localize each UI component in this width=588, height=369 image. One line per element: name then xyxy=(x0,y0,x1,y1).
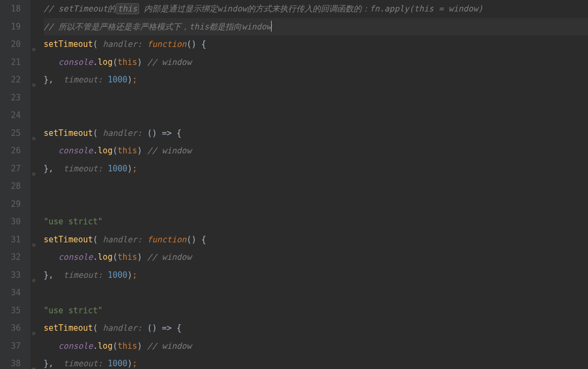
code-line[interactable]: console.log(this) // window xyxy=(44,53,588,72)
code-token: ( xyxy=(93,235,103,245)
fold-toggle-icon[interactable]: ⊖ xyxy=(32,41,35,59)
line-number: 31 xyxy=(4,231,21,249)
code-token: 1000 xyxy=(107,164,127,174)
code-token: log xyxy=(98,146,112,156)
code-line[interactable]: setTimeout( handler: function() { xyxy=(44,35,588,53)
line-number: 30 xyxy=(4,213,21,231)
code-line[interactable] xyxy=(44,177,588,195)
code-line[interactable]: "use strict" xyxy=(44,302,588,320)
line-number: 32 xyxy=(4,248,21,266)
code-token: console xyxy=(58,57,93,67)
code-token: ) xyxy=(137,146,147,156)
code-token: ; xyxy=(133,270,137,280)
code-token: // window xyxy=(147,341,191,351)
code-line[interactable]: "use strict" xyxy=(44,213,588,231)
line-number: 35 xyxy=(4,302,21,320)
text-cursor xyxy=(271,21,272,32)
fold-toggle-icon[interactable]: ⊖ xyxy=(32,325,35,343)
code-token: // window xyxy=(147,57,191,67)
code-line[interactable]: // setTimeout的this 内部是通过显示绑定window的方式来执行… xyxy=(44,0,588,18)
code-token: ( xyxy=(93,39,103,49)
fold-toggle-icon[interactable]: ⊖ xyxy=(32,272,35,290)
code-line[interactable]: }, timeout: 1000); xyxy=(44,266,588,284)
code-token: ; xyxy=(133,75,137,85)
code-token: ; xyxy=(133,359,137,368)
line-number-gutter: 1819202122232425262728293031323334353637… xyxy=(0,0,31,369)
code-token: console xyxy=(58,146,93,156)
code-token: { xyxy=(172,323,182,333)
code-token: . xyxy=(93,146,98,156)
code-token: () xyxy=(147,128,162,138)
code-token: setTimeout xyxy=(44,323,93,333)
code-token: 内部是通过显示绑定window的方式来执行传入的回调函数的：fn.apply(t… xyxy=(139,4,483,14)
code-token: . xyxy=(93,341,98,351)
code-line[interactable]: // 所以不管是严格还是非严格模式下，this都是指向window xyxy=(44,18,588,36)
code-token: }, xyxy=(44,270,63,280)
line-number: 19 xyxy=(4,18,21,36)
code-line[interactable] xyxy=(44,284,588,302)
code-token: () { xyxy=(187,39,206,49)
code-token: ) xyxy=(128,359,133,368)
fold-toggle-icon[interactable]: ⊖ xyxy=(32,76,35,94)
code-line[interactable]: setTimeout( handler: function() { xyxy=(44,231,588,249)
line-number: 33 xyxy=(4,266,21,284)
fold-toggle-icon[interactable]: ⊖ xyxy=(32,360,35,369)
code-line[interactable] xyxy=(44,89,588,107)
code-line[interactable]: console.log(this) // window xyxy=(44,248,588,266)
code-token: handler: xyxy=(103,235,147,245)
code-token: ) xyxy=(137,57,147,67)
code-token: () { xyxy=(187,235,206,245)
code-token: ) xyxy=(128,164,133,174)
fold-column[interactable]: ⊖⊖⊖⊖⊖⊖⊖⊖ xyxy=(31,0,41,369)
code-token: timeout: xyxy=(63,359,107,368)
fold-toggle-icon[interactable]: ⊖ xyxy=(32,236,35,254)
code-line[interactable]: }, timeout: 1000); xyxy=(44,355,588,369)
code-line[interactable] xyxy=(44,195,588,213)
code-token: () xyxy=(147,323,162,333)
code-token: => xyxy=(162,323,172,333)
code-token xyxy=(44,341,58,351)
line-number: 27 xyxy=(4,160,21,178)
code-token: ) xyxy=(137,341,147,351)
code-line[interactable] xyxy=(44,106,588,124)
code-token: setTimeout xyxy=(44,39,93,49)
line-number: 29 xyxy=(4,195,21,213)
code-line[interactable]: console.log(this) // window xyxy=(44,337,588,355)
code-token: ( xyxy=(93,323,103,333)
code-line[interactable]: }, timeout: 1000); xyxy=(44,160,588,178)
code-token: // setTimeout的 xyxy=(44,4,116,14)
code-line[interactable]: }, timeout: 1000); xyxy=(44,71,588,89)
line-number: 22 xyxy=(4,71,21,89)
code-token: { xyxy=(172,128,182,138)
code-token: . xyxy=(93,57,98,67)
line-number: 28 xyxy=(4,177,21,195)
fold-toggle-icon[interactable]: ⊖ xyxy=(32,165,35,183)
code-token: ; xyxy=(133,164,137,174)
code-token: timeout: xyxy=(63,164,107,174)
code-token: "use strict" xyxy=(44,306,103,316)
code-line[interactable]: setTimeout( handler: () => { xyxy=(44,319,588,337)
code-token: "use strict" xyxy=(44,217,103,227)
code-editor[interactable]: 1819202122232425262728293031323334353637… xyxy=(0,0,588,369)
code-token: . xyxy=(93,252,98,262)
code-token: timeout: xyxy=(63,270,107,280)
code-token: => xyxy=(162,128,172,138)
code-token: timeout: xyxy=(63,75,107,85)
code-token: log xyxy=(98,341,112,351)
line-number: 25 xyxy=(4,124,21,142)
code-token: this xyxy=(117,252,137,262)
code-token: 1000 xyxy=(107,270,127,280)
code-area[interactable]: // setTimeout的this 内部是通过显示绑定window的方式来执行… xyxy=(41,0,588,369)
line-number: 23 xyxy=(4,89,21,107)
line-number: 24 xyxy=(4,106,21,124)
code-token xyxy=(44,252,58,262)
code-token: function xyxy=(147,235,187,245)
fold-toggle-icon[interactable]: ⊖ xyxy=(32,130,35,148)
code-token: }, xyxy=(44,75,63,85)
code-token: handler: xyxy=(103,128,147,138)
code-line[interactable]: console.log(this) // window xyxy=(44,142,588,160)
line-number: 21 xyxy=(4,53,21,72)
code-line[interactable]: setTimeout( handler: () => { xyxy=(44,124,588,142)
code-token: handler: xyxy=(103,323,147,333)
code-token: ) xyxy=(137,252,147,262)
